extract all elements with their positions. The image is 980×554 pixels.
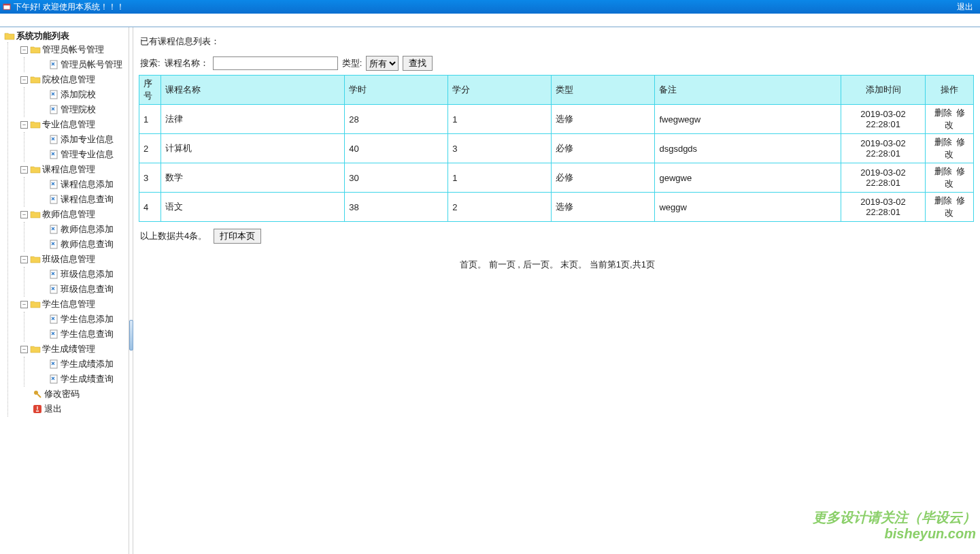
type-select[interactable]: 所有 <box>366 56 399 71</box>
folder-icon <box>4 31 15 41</box>
tree-item[interactable]: 教师信息添加 <box>37 222 129 237</box>
tree-group[interactable]: −课程信息管理 <box>20 162 129 177</box>
header-separator <box>0 14 980 27</box>
tree-group-label: 管理员帐号管理 <box>42 42 104 57</box>
pager-first[interactable]: 首页。 <box>460 259 486 270</box>
course-name-input[interactable] <box>213 56 338 70</box>
table-row: 4语文382选修weggw2019-03-02 22:28:01删除 修改 <box>139 193 974 222</box>
tree-item-label: 添加院校 <box>61 87 96 102</box>
table-cell-actions: 删除 修改 <box>925 134 973 163</box>
page-icon <box>48 105 59 114</box>
tree-group-label: 学生信息管理 <box>42 297 95 312</box>
top-bar: 下午好! 欢迎使用本系统！！！ 退出 <box>0 0 980 14</box>
delete-link[interactable]: 删除 <box>934 108 952 118</box>
table-header: 操作 <box>925 76 973 105</box>
page-icon <box>48 284 59 294</box>
page-icon <box>48 329 59 339</box>
tree-item[interactable]: 学生信息添加 <box>37 312 129 327</box>
delete-link[interactable]: 删除 <box>934 195 952 206</box>
tree-item[interactable]: 添加专业信息 <box>37 132 129 147</box>
table-cell: 语文 <box>161 193 345 222</box>
table-cell: 必修 <box>552 134 655 163</box>
tree-item-label: 班级信息查询 <box>61 282 114 297</box>
tree-item[interactable]: 班级信息查询 <box>37 282 129 297</box>
table-cell: 2019-03-02 22:28:01 <box>841 163 926 193</box>
tree-item[interactable]: 课程信息添加 <box>37 177 129 192</box>
page-icon <box>48 135 59 144</box>
tree-group-label: 课程信息管理 <box>42 162 95 177</box>
print-button[interactable]: 打印本页 <box>214 229 261 244</box>
table-cell: dsgsdgds <box>655 134 841 163</box>
tree-item[interactable]: 管理院校 <box>37 102 129 117</box>
page-icon <box>48 195 59 204</box>
table-cell: 38 <box>345 193 448 222</box>
delete-link[interactable]: 删除 <box>934 166 952 176</box>
course-name-label: 课程名称： <box>165 57 209 69</box>
tree-item[interactable]: 班级信息添加 <box>37 267 129 282</box>
table-header: 添加时间 <box>841 76 926 105</box>
tree-item[interactable]: 课程信息查询 <box>37 192 129 207</box>
table-cell: 2 <box>448 193 552 222</box>
collapse-icon[interactable]: − <box>20 166 28 174</box>
collapse-icon[interactable]: − <box>20 121 28 129</box>
tree-item[interactable]: 管理专业信息 <box>37 147 129 162</box>
tree-item-label: 课程信息查询 <box>61 192 114 207</box>
page-icon <box>48 180 59 189</box>
table-cell: 计算机 <box>161 134 345 163</box>
collapse-icon[interactable]: − <box>20 346 28 353</box>
table-cell: 3 <box>139 163 161 193</box>
table-header: 序号 <box>139 76 161 105</box>
tree-item[interactable]: 学生成绩查询 <box>37 372 129 387</box>
logout-link[interactable]: 退出 <box>953 0 977 14</box>
summary-text: 以上数据共4条。 <box>140 230 207 242</box>
collapse-icon[interactable]: − <box>20 301 28 308</box>
table-cell: 2019-03-02 22:28:01 <box>841 105 926 134</box>
collapse-icon[interactable]: − <box>20 211 28 218</box>
tree-item-label: 管理专业信息 <box>61 147 114 162</box>
collapse-icon[interactable]: − <box>20 256 28 263</box>
tree-item-label: 班级信息添加 <box>61 267 114 282</box>
tree-group[interactable]: −学生成绩管理 <box>20 342 129 357</box>
table-header: 学时 <box>345 76 448 105</box>
table-cell: 法律 <box>161 105 345 134</box>
tree-group[interactable]: −院校信息管理 <box>20 72 129 87</box>
table-cell: 30 <box>345 163 448 193</box>
type-label: 类型: <box>342 57 362 69</box>
tree-item[interactable]: 学生成绩添加 <box>37 357 129 372</box>
pager-next[interactable]: 后一页。 <box>523 259 558 270</box>
collapse-icon[interactable]: − <box>20 46 28 54</box>
tree-group[interactable]: −专业信息管理 <box>20 117 129 132</box>
table-cell: 3 <box>448 134 552 163</box>
tree-group[interactable]: −管理员帐号管理 <box>20 42 129 57</box>
page-icon <box>48 60 59 69</box>
folder-icon <box>30 255 41 264</box>
tree-item-password[interactable]: 修改密码 <box>20 387 129 402</box>
sidebar: 系统功能列表 −管理员帐号管理管理员帐号管理−院校信息管理添加院校管理院校−专业… <box>0 27 129 554</box>
tree-item[interactable]: 教师信息查询 <box>37 237 129 252</box>
tree-item-exit[interactable]: 退出 <box>20 402 129 417</box>
tree-root[interactable]: 系统功能列表 <box>4 30 129 42</box>
pager-last[interactable]: 末页。 <box>560 259 587 270</box>
page-title: 已有课程信息列表： <box>140 35 976 48</box>
search-button[interactable]: 查找 <box>403 56 433 71</box>
pager: 首页。 前一页 , 后一页。 末页。 当前第1页,共1页 <box>139 259 976 271</box>
tree-group[interactable]: −学生信息管理 <box>20 297 129 312</box>
tree-item-label: 添加专业信息 <box>61 132 114 147</box>
main-content: 已有课程信息列表： 搜索: 课程名称： 类型: 所有 查找 序号课程名称学时学分… <box>133 27 980 554</box>
tree-item[interactable]: 学生信息查询 <box>37 327 129 342</box>
collapse-icon[interactable]: − <box>20 76 28 84</box>
tree-group[interactable]: −教师信息管理 <box>20 207 129 222</box>
tree-group[interactable]: −班级信息管理 <box>20 252 129 267</box>
search-label: 搜索: <box>140 57 160 69</box>
tree-item[interactable]: 添加院校 <box>37 87 129 102</box>
pager-prev[interactable]: 前一页 <box>489 259 516 270</box>
delete-link[interactable]: 删除 <box>934 137 952 147</box>
tree-group-label: 教师信息管理 <box>42 207 95 222</box>
folder-icon <box>30 299 41 309</box>
page-icon <box>48 314 59 324</box>
table-cell: 2019-03-02 22:28:01 <box>841 134 926 163</box>
tree-item[interactable]: 管理员帐号管理 <box>37 57 129 72</box>
tree-item-label: 学生成绩查询 <box>61 372 114 387</box>
table-cell-actions: 删除 修改 <box>925 163 973 193</box>
table-cell: 1 <box>448 105 552 134</box>
